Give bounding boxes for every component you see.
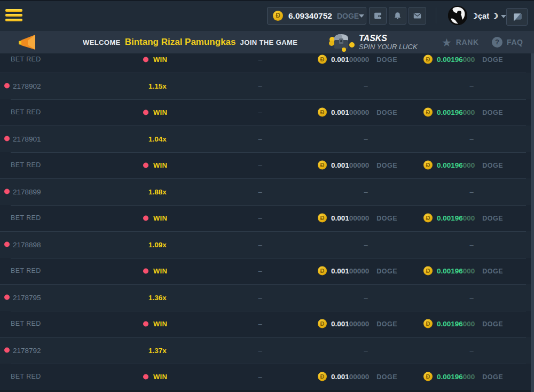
doge-coin-icon: Đ bbox=[318, 319, 327, 328]
empty-cell: – bbox=[255, 293, 265, 301]
multiplier-cell: 1.36x bbox=[148, 293, 167, 301]
result-row: BET REDWIN–Đ0.00100000DOGEĐ0.00196000DOG… bbox=[0, 152, 534, 179]
profit-amount-zeros: 000 bbox=[463, 214, 475, 222]
bet-type-cell: BET RED bbox=[11, 267, 41, 275]
scrollbar[interactable] bbox=[531, 53, 534, 392]
empty-cell: – bbox=[255, 108, 265, 116]
profit-amount-cell: Đ0.00196000DOGE bbox=[423, 266, 503, 276]
profit-amount-main: 0.00196 bbox=[437, 214, 463, 222]
empty-cell: – bbox=[255, 346, 265, 354]
result-row: BET REDWIN–Đ0.00100000DOGEĐ0.00196000DOG… bbox=[0, 311, 534, 338]
profit-amount-zeros: 000 bbox=[463, 267, 475, 275]
dash-placeholder: – bbox=[258, 320, 262, 328]
win-dot-icon bbox=[143, 162, 148, 168]
messages-button[interactable] bbox=[409, 7, 426, 25]
bet-amount-main: 0.001 bbox=[331, 56, 349, 64]
faq-nav-item[interactable]: ? FAQ bbox=[492, 31, 523, 53]
profit-amount: 0.00196000 bbox=[437, 214, 475, 222]
profit-amount: 0.00196000 bbox=[437, 161, 475, 169]
bet-amount-main: 0.001 bbox=[331, 320, 349, 328]
tasks-nav-item[interactable]: TASKS SPIN YOUR LUCK bbox=[328, 31, 418, 53]
currency-label: DOGE bbox=[482, 161, 503, 169]
currency-label: DOGE bbox=[376, 320, 397, 327]
bet-row[interactable]: 21787921.37x––– bbox=[0, 337, 534, 364]
result-row: BET REDWIN–Đ0.00100000DOGEĐ0.00196000DOG… bbox=[0, 205, 534, 232]
bet-row[interactable]: 21789011.04x––– bbox=[0, 126, 534, 152]
result-cell: WIN bbox=[143, 108, 167, 116]
empty-cell: – bbox=[467, 346, 476, 354]
profit-amount-main: 0.00196 bbox=[437, 267, 463, 275]
currency-label: DOGE bbox=[482, 267, 503, 275]
bet-row[interactable]: 21788991.88x––– bbox=[0, 178, 534, 205]
question-icon: ? bbox=[492, 37, 502, 48]
bets-table-rows: BET REDWIN–Đ0.00100000DOGEĐ0.00196000DOG… bbox=[0, 53, 534, 390]
dash-placeholder: – bbox=[258, 214, 262, 222]
bet-type-cell: BET RED bbox=[11, 108, 41, 116]
hamburger-menu-icon[interactable] bbox=[5, 9, 22, 22]
bet-amount-zeros: 00000 bbox=[349, 320, 370, 328]
bet-row[interactable]: 21788981.09x––– bbox=[0, 231, 534, 258]
profit-amount-main: 0.00196 bbox=[437, 320, 463, 328]
bet-type-cell: BET RED bbox=[11, 161, 41, 169]
balance-currency: DOGE bbox=[337, 12, 359, 20]
result-cell: WIN bbox=[143, 267, 167, 275]
multiplier-value: 1.37x bbox=[148, 346, 167, 354]
tasks-subtitle: SPIN YOUR LUCK bbox=[359, 43, 418, 51]
bet-type-cell: BET RED bbox=[11, 56, 41, 63]
bet-amount-main: 0.001 bbox=[331, 373, 349, 381]
dash-placeholder: – bbox=[364, 293, 367, 301]
profit-amount-main: 0.00196 bbox=[437, 161, 463, 169]
empty-cell: – bbox=[361, 293, 371, 301]
chat-button[interactable] bbox=[506, 8, 528, 26]
win-label: WIN bbox=[153, 56, 167, 64]
star-icon: ★ bbox=[442, 37, 452, 48]
empty-cell: – bbox=[361, 82, 371, 90]
result-cell: WIN bbox=[143, 161, 167, 169]
bet-type-cell: BET RED bbox=[11, 373, 41, 380]
empty-cell: – bbox=[255, 187, 265, 195]
bet-amount-zeros: 00000 bbox=[349, 108, 370, 116]
empty-cell: – bbox=[467, 135, 476, 143]
rank-nav-item[interactable]: ★ RANK bbox=[442, 31, 479, 53]
dash-placeholder: – bbox=[258, 373, 262, 381]
bet-id-cell: 2178901 bbox=[4, 135, 41, 143]
rank-label: RANK bbox=[456, 38, 479, 46]
doge-coin-icon: Đ bbox=[423, 108, 433, 117]
bet-row[interactable]: 21789021.15x––– bbox=[0, 73, 534, 99]
bet-row[interactable]: 21787951.36x––– bbox=[0, 284, 534, 311]
bet-amount-cell: Đ0.00100000DOGE bbox=[318, 55, 397, 64]
welcome-username: Bintang Rizal Pamungkas bbox=[125, 37, 236, 48]
doge-coin-icon: Đ bbox=[423, 214, 433, 223]
win-dot-icon bbox=[143, 215, 148, 221]
profit-amount-main: 0.00196 bbox=[437, 56, 463, 64]
currency-label: DOGE bbox=[482, 320, 503, 327]
multiplier-cell: 1.88x bbox=[148, 187, 167, 195]
profit-amount: 0.00196000 bbox=[437, 373, 475, 381]
result-cell: WIN bbox=[143, 320, 167, 328]
welcome-prefix: WELCOME bbox=[83, 38, 121, 46]
wallet-button[interactable] bbox=[369, 7, 387, 25]
empty-cell: – bbox=[467, 293, 476, 301]
empty-cell: – bbox=[255, 161, 265, 169]
notifications-button[interactable] bbox=[389, 7, 406, 25]
bet-type-cell: BET RED bbox=[11, 320, 41, 327]
profit-amount-zeros: 000 bbox=[463, 56, 475, 64]
win-dot-icon bbox=[143, 109, 148, 115]
dash-placeholder: – bbox=[258, 56, 262, 64]
currency-label: DOGE bbox=[482, 373, 503, 380]
currency-label: DOGE bbox=[482, 108, 503, 116]
bet-amount: 0.00100000 bbox=[331, 267, 369, 275]
bet-amount-zeros: 00000 bbox=[349, 56, 370, 64]
doge-coin-icon: Đ bbox=[318, 214, 327, 223]
win-label: WIN bbox=[153, 267, 167, 275]
dash-placeholder: – bbox=[258, 135, 262, 143]
announcement-banner: WELCOME Bintang Rizal Pamungkas JOIN THE… bbox=[0, 31, 534, 53]
user-chevron-down-icon[interactable] bbox=[501, 15, 506, 18]
red-dot-icon bbox=[4, 242, 10, 247]
win-label: WIN bbox=[153, 373, 167, 381]
username-label[interactable]: ☽çat ☽ bbox=[471, 12, 498, 20]
balance-selector[interactable]: Đ 6.09340752 DOGE bbox=[267, 7, 366, 25]
tasks-title: TASKS bbox=[359, 34, 418, 43]
avatar[interactable] bbox=[448, 6, 467, 25]
profit-amount-cell: Đ0.00196000DOGE bbox=[423, 108, 503, 117]
